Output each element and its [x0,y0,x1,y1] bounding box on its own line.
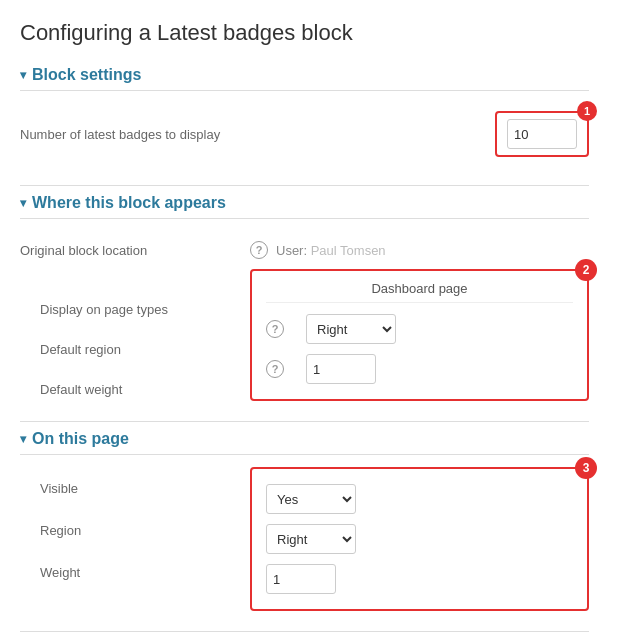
original-location-label: Original block location [20,243,250,258]
help-icon-weight[interactable]: ? [266,360,284,378]
badges-count-row: Number of latest badges to display 1 [20,103,589,165]
visible-label: Visible [40,467,240,509]
on-this-page-box: 3 Yes No Right Left Content [250,467,589,611]
default-region-controls: Right Left Content [306,314,396,344]
display-on-page-label: Display on page types [40,289,240,329]
footer-buttons: Save changes Cancel [20,631,589,642]
badge-3: 3 [575,457,597,479]
default-weight-input[interactable] [306,354,376,384]
default-region-label: Default region [40,329,240,369]
where-appears-box-wrapper: 2 Dashboard page ? Right Left Content [40,269,589,401]
block-settings-title: Block settings [32,66,141,84]
user-prefix: User: [276,243,307,258]
default-weight-label: Default weight [40,369,240,409]
chevron-icon: ▾ [20,68,26,82]
where-appears-header: ▾ Where this block appears [20,194,589,219]
badge-2: 2 [575,259,597,281]
original-location-controls: ? User: Paul Tomsen [250,241,589,259]
block-settings-section: ▾ Block settings Number of latest badges… [20,66,589,165]
region-label: Region [40,509,240,551]
visible-select[interactable]: Yes No [266,484,356,514]
where-appears-section: ▾ Where this block appears Original bloc… [20,194,589,401]
where-appears-title: Where this block appears [32,194,226,212]
weight-row [266,559,573,599]
chevron-icon-2: ▾ [20,196,26,210]
on-this-page-section: ▾ On this page Visible Region Weight 3 Y… [20,430,589,611]
help-icon-region[interactable]: ? [266,320,284,338]
default-region-row: ? Right Left Content [266,309,573,349]
default-weight-label-area: ? [266,360,306,378]
region-select[interactable]: Right Left Content [266,524,356,554]
on-this-page-row-labels: Visible Region Weight [40,467,240,593]
default-region-select[interactable]: Right Left Content [306,314,396,344]
region-row: Right Left Content [266,519,573,559]
visible-row: Yes No [266,479,573,519]
on-this-page-header: ▾ On this page [20,430,589,455]
on-this-page-box-wrapper: Visible Region Weight 3 Yes No Right Lef… [40,467,589,611]
divider-1 [20,185,589,186]
where-appears-box: 2 Dashboard page ? Right Left Content [250,269,589,401]
divider-2 [20,421,589,422]
default-weight-row: ? [266,349,573,389]
default-weight-controls [306,354,376,384]
weight-input[interactable] [266,564,336,594]
display-page-types-value: Dashboard page [266,281,573,303]
badge1-box: 1 [495,111,589,157]
default-region-label-area: ? [266,320,306,338]
original-location-value: User: Paul Tomsen [276,243,386,258]
region-weight-labels: Display on page types Default region Def… [40,289,240,409]
badges-count-control-wrap: 1 [250,111,589,157]
user-name: Paul Tomsen [311,243,386,258]
on-this-page-title: On this page [32,430,129,448]
weight-label: Weight [40,551,240,593]
chevron-icon-3: ▾ [20,432,26,446]
page-title: Configuring a Latest badges block [20,20,589,46]
badges-count-label: Number of latest badges to display [20,127,250,142]
original-location-row: Original block location ? User: Paul Tom… [20,231,589,269]
badges-count-input[interactable] [507,119,577,149]
block-settings-header: ▾ Block settings [20,66,589,91]
help-icon-location[interactable]: ? [250,241,268,259]
badge-1: 1 [577,101,597,121]
